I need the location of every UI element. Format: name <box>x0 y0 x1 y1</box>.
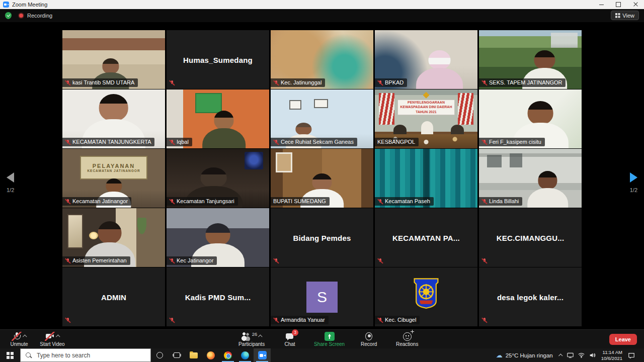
participant-tile[interactable]: Iqbal <box>167 89 269 148</box>
participant-tile[interactable]: desa legok kaler... <box>479 267 582 326</box>
zoom-taskbar-button[interactable] <box>254 348 271 362</box>
firefox-icon <box>207 351 215 359</box>
action-center-icon[interactable] <box>628 352 635 359</box>
slash-glyph <box>45 332 55 341</box>
encryption-shield-icon[interactable] <box>5 12 12 19</box>
avatar: S <box>306 282 338 313</box>
window-title: Zoom Meeting <box>12 2 47 8</box>
participant-tile[interactable]: S Armandita Yanuar <box>271 267 373 326</box>
participant-tile[interactable]: Kecamatan Paseh <box>375 149 477 208</box>
record-label: Record <box>361 342 377 347</box>
search-input[interactable] <box>36 351 145 359</box>
participant-tile[interactable]: Bidang Pemdes <box>271 208 373 267</box>
muted-mic-icon <box>273 139 279 145</box>
participant-tile[interactable]: BPKAD <box>375 30 477 89</box>
weather-text: 25°C Hujan ringan <box>506 352 553 358</box>
unmute-button[interactable]: Unmute <box>5 332 33 347</box>
participant-tile[interactable]: Kadis PMD Sum... <box>167 267 269 326</box>
participant-tile[interactable]: PELAYANAN KECAMATAN JATINANGOR Kecamatan… <box>62 149 165 208</box>
weather-icon: ☁ <box>496 352 503 358</box>
firefox-button[interactable] <box>202 348 219 362</box>
chevron-up-icon[interactable] <box>258 334 262 338</box>
participant-tile[interactable]: Kec Jatinangor <box>167 208 269 267</box>
taskbar-search[interactable] <box>20 348 151 362</box>
muted-mic-icon <box>65 80 70 85</box>
minimize-button[interactable] <box>593 0 610 9</box>
participant-tile[interactable]: Kec. Cibugel <box>375 267 477 326</box>
participant-tile[interactable]: Feri F_kasipem cisitu <box>479 89 582 148</box>
display-tray-icon[interactable] <box>567 352 574 358</box>
edge-button[interactable] <box>236 348 254 362</box>
view-button[interactable]: View <box>611 11 639 20</box>
share-screen-icon <box>325 332 335 341</box>
participant-nameplate <box>62 316 74 324</box>
start-button[interactable] <box>0 348 20 362</box>
office-sign: PELAYANAN KECAMATAN JATINANGOR <box>80 156 148 179</box>
chevron-up-icon[interactable] <box>23 334 27 338</box>
sign-line: PELAYANAN <box>93 163 135 169</box>
participant-tile[interactable]: Humas_Sumedang <box>167 30 269 89</box>
participant-tile[interactable]: ADMIN <box>62 267 165 326</box>
participant-name: BPKAD <box>385 80 404 85</box>
banner-line: KEWASPADAAN DINI DAERAH <box>400 105 452 109</box>
network-wifi-icon[interactable] <box>578 352 585 358</box>
sign-line: KECAMATAN JATINANGOR <box>87 169 140 172</box>
green-board-backdrop <box>195 93 222 113</box>
participant-tile[interactable]: Kecamatan Tanjungsari <box>167 149 269 208</box>
task-view-button[interactable] <box>168 348 185 362</box>
participants-icon <box>241 332 251 341</box>
participant-nameplate: Armandita Yanuar <box>271 316 329 324</box>
muted-mic-icon <box>169 258 175 263</box>
weather-widget[interactable]: ☁ 25°C Hujan ringan <box>494 352 555 358</box>
zoom-app-icon <box>3 2 9 8</box>
participant-tile[interactable]: kasi Trantib SMD UTARA <box>62 30 165 89</box>
participant-tile-active-speaker[interactable]: PENYELENGGARAAN KEWASPADAAN DINI DAERAH … <box>375 89 477 148</box>
chat-icon-row: 3 <box>285 332 295 341</box>
participant-tile[interactable]: SEKS. TAPEM JATINANGOR <box>479 30 582 89</box>
participant-tile[interactable]: Cece Ruhiat Sekcam Ganeas <box>271 89 373 148</box>
muted-mic-icon <box>377 258 383 263</box>
participants-button[interactable]: 26 Participants <box>237 332 266 347</box>
file-explorer-button[interactable] <box>185 348 202 362</box>
participant-nameplate: BPKAD <box>375 78 407 87</box>
participant-nameplate <box>167 78 178 87</box>
edge-icon <box>241 351 249 359</box>
flag-backdrop <box>379 93 394 125</box>
tray-overflow-chevron-icon[interactable] <box>558 353 562 357</box>
plus-glyph <box>411 330 414 333</box>
chat-button[interactable]: 3 Chat <box>276 332 304 347</box>
person-figure <box>527 171 569 208</box>
share-screen-button[interactable]: Share Screen <box>314 332 345 347</box>
participant-tile[interactable]: BUPATI SUMEDANG <box>271 149 373 208</box>
volume-icon[interactable] <box>589 352 596 358</box>
leave-button[interactable]: Leave <box>609 334 637 345</box>
chevron-up-icon[interactable] <box>56 334 60 338</box>
regency-crest-icon <box>413 278 440 309</box>
participant-tile[interactable]: Asisten Pemerintahan <box>62 208 165 267</box>
taskbar-clock[interactable]: 11:14 AM 10/6/2021 <box>600 349 623 361</box>
participant-nameplate: SEKS. TAPEM JATINANGOR <box>479 78 566 87</box>
maximize-button[interactable] <box>610 0 627 9</box>
participant-tile[interactable]: KEC.CIMANGGU... <box>479 208 582 267</box>
previous-page-arrow[interactable] <box>7 172 14 183</box>
cortana-button[interactable] <box>151 348 168 362</box>
participant-tile[interactable]: KECAMATAN TANJUNGKERTA <box>62 89 165 148</box>
participant-name: Kecamatan Paseh <box>385 199 430 204</box>
participant-name: ADMIN <box>67 293 160 301</box>
participant-tile[interactable]: Kec. Jatinunggal <box>271 30 373 89</box>
chrome-button[interactable] <box>219 348 236 362</box>
participant-name: desa legok kaler... <box>484 293 577 301</box>
meeting-banner: PENYELENGGARAAN KEWASPADAAN DINI DAERAH … <box>397 100 455 116</box>
close-button[interactable] <box>627 0 644 9</box>
person-figure <box>202 111 246 148</box>
window-titlebar: Zoom Meeting <box>0 0 644 9</box>
next-page-arrow[interactable] <box>630 172 637 183</box>
record-button[interactable]: Record <box>355 332 383 347</box>
participant-tile[interactable]: KECAMATAN PA... <box>375 208 477 267</box>
reactions-button[interactable]: Reactions <box>393 332 421 347</box>
kec-cibugel-logo <box>413 278 440 311</box>
participant-tile[interactable]: Linda Billahi <box>479 149 582 208</box>
slash-glyph <box>12 332 22 341</box>
start-video-button[interactable]: Start Video <box>38 332 66 347</box>
muted-mic-icon <box>169 139 175 145</box>
